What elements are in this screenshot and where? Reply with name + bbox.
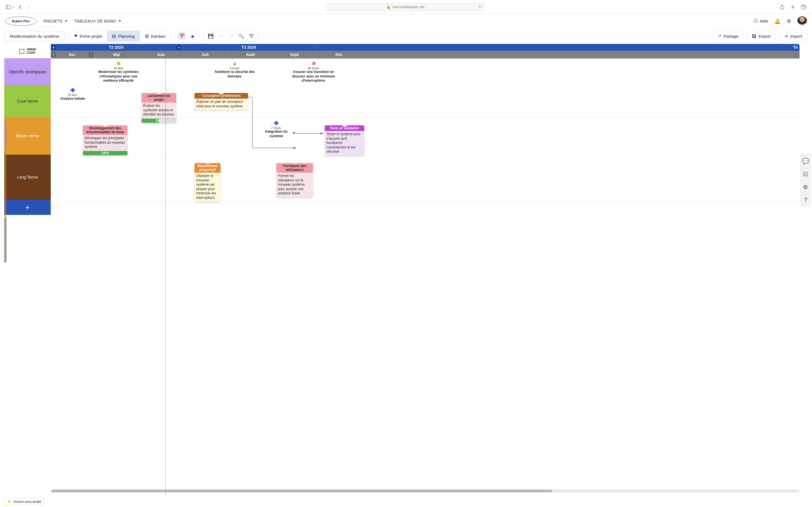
task-tests-validation[interactable]: 🔭 Tests et validation Tester le système … xyxy=(325,125,364,156)
milestone-mode-icon[interactable]: ◆ xyxy=(188,32,197,40)
tab-planning[interactable]: ▤Planning xyxy=(107,31,140,41)
chevron-down-icon[interactable]: ▾ xyxy=(13,6,14,8)
main: ⬚ AMMA CORP Objectifs stratégiques Court… xyxy=(0,44,812,495)
share-system-icon[interactable] xyxy=(779,4,785,10)
quarter-t3[interactable]: T3 2024 xyxy=(182,44,316,51)
url-bar[interactable]: 🔒 next.bubbleplan.net ↻ xyxy=(326,3,485,11)
app-header: Bubble Plan PROJETS TABLEAUX DE BORD ⓘAi… xyxy=(0,14,812,28)
calendar-mode-icon[interactable]: 📅 xyxy=(177,32,186,40)
quarter-t2[interactable]: + T2 2024 − xyxy=(51,44,182,51)
milestone-integration[interactable]: 7 Sept. Intégration du système xyxy=(259,121,293,138)
tabs-icon[interactable] xyxy=(801,4,806,10)
forward-icon xyxy=(26,4,31,10)
checkbox-icon[interactable]: ☑ xyxy=(803,171,808,177)
nav-dashboards[interactable]: TABLEAUX DE BORD xyxy=(74,19,121,23)
import-button[interactable]: ⇥Import xyxy=(779,31,808,42)
target-icon: 🎯 xyxy=(311,61,316,66)
avatar[interactable] xyxy=(797,16,807,26)
month-juin[interactable]: Juin xyxy=(139,51,183,58)
save-icon[interactable]: 💾 xyxy=(208,33,214,39)
smile-icon: 😊 xyxy=(116,61,121,66)
bell-icon[interactable]: 🔔 xyxy=(774,18,780,24)
sidebar-toggle-icon[interactable] xyxy=(6,4,11,10)
include-subproject-button[interactable]: 📁 Inclure sous-projet xyxy=(4,498,45,505)
columns-icon: ▥ xyxy=(145,34,149,39)
expand-quarter-icon[interactable]: + xyxy=(51,45,56,50)
chat-icon[interactable]: 💬 xyxy=(802,158,809,165)
qr-icon: ⬚ xyxy=(19,48,25,54)
logo[interactable]: Bubble Plan xyxy=(5,17,37,25)
row-label-moyen-terme[interactable]: Moyen terme xyxy=(4,117,51,155)
lane-long-terme: 🚦 Déploiement progressif Déployer le nou… xyxy=(51,156,800,201)
task-developpement[interactable]: 🚧 Développement des fonctionnalités de b… xyxy=(83,125,128,155)
corp-box[interactable]: ⬚ AMMA CORP xyxy=(4,44,51,58)
help-icon: ⓘ xyxy=(754,18,758,24)
share-button[interactable]: ↗Partage xyxy=(712,31,744,42)
gear-icon[interactable]: ⚙ xyxy=(803,184,808,190)
month-avr[interactable]: + Avr. − xyxy=(51,51,94,58)
month-row: + Avr. − Mai Juin Juil. Août Sept. Oct. xyxy=(51,51,800,58)
diamond-icon xyxy=(70,88,75,93)
month-mai[interactable]: Mai xyxy=(94,51,139,58)
share-icon: ↗ xyxy=(718,34,721,39)
new-tab-icon[interactable] xyxy=(790,4,796,10)
chevron-down-icon xyxy=(65,20,68,22)
row-label-long-terme[interactable]: Long Terme xyxy=(4,155,51,200)
help-question-icon[interactable]: ? xyxy=(804,196,807,203)
connector-dot xyxy=(293,132,295,134)
redo-icon: ↷ xyxy=(229,33,234,39)
horizontal-scrollbar[interactable] xyxy=(51,490,799,492)
view-tabs: ⚑Fiche projet ▤Planning ▥Kanban xyxy=(68,31,171,42)
help-link[interactable]: ⓘAide xyxy=(754,18,768,24)
lane-moyen-terme: 🚧 Développement des fonctionnalités de b… xyxy=(51,118,800,156)
reload-icon[interactable]: ↻ xyxy=(479,5,482,9)
strategic-milestone[interactable]: 🔒 6 Août Améliorer la sécurité des donné… xyxy=(212,61,257,78)
month-oct[interactable]: Oct. xyxy=(317,51,362,58)
lock-icon: 🔒 xyxy=(232,61,237,66)
url-text: next.bubbleplan.net xyxy=(393,5,424,9)
month-aout[interactable]: Août xyxy=(228,51,273,58)
tab-kanban[interactable]: ▥Kanban xyxy=(140,31,171,41)
row-header-panel: ⬚ AMMA CORP Objectifs stratégiques Court… xyxy=(4,44,51,495)
settings-icon[interactable]: ⚙ xyxy=(786,18,791,24)
task-formation[interactable]: 📕 Formation des utilisateurs Former les … xyxy=(276,163,313,198)
month-sept[interactable]: Sept. xyxy=(273,51,317,58)
project-name[interactable]: Modernisation du système xyxy=(4,31,64,41)
export-button[interactable]: 🖼Export xyxy=(747,31,776,42)
task-deploiement[interactable]: 🚦 Déploiement progressif Déployer le nou… xyxy=(195,163,220,202)
quarter-t4[interactable]: T4 xyxy=(316,44,800,51)
collapse-month-icon[interactable]: − xyxy=(89,52,93,57)
timeline-header: + T2 2024 − T3 2024 T4 + Avr. − Mai Juin… xyxy=(51,44,800,58)
diamond-icon xyxy=(274,121,279,126)
search-icon[interactable]: 🔍 xyxy=(239,33,244,39)
bottom-bar: 📁 Inclure sous-projet xyxy=(0,495,812,507)
svg-rect-0 xyxy=(6,5,11,9)
browser-chrome: ▾ 🔒 next.bubbleplan.net ↻ xyxy=(0,0,812,14)
tab-fiche-projet[interactable]: ⚑Fiche projet xyxy=(69,31,107,41)
view-mode-toggle: 📅 ◆ xyxy=(175,31,199,42)
row-label-court-terme[interactable]: Court terme xyxy=(4,85,51,117)
expand-month-icon[interactable]: + xyxy=(51,52,56,57)
quarter-row: + T2 2024 − T3 2024 T4 xyxy=(51,44,800,51)
progress-bar: 100% xyxy=(83,151,128,155)
strategic-milestone[interactable]: 😊 18 Mai Moderniser les systèmes informa… xyxy=(96,61,141,83)
import-icon: ⇥ xyxy=(784,34,788,39)
back-icon[interactable] xyxy=(17,4,23,10)
list-icon: ▤ xyxy=(112,34,116,39)
task-conception-preliminaire[interactable]: 🛠 Conception préliminaire Élaborer un pl… xyxy=(195,93,248,110)
collapse-quarter-icon[interactable]: − xyxy=(176,45,181,50)
lock-icon: 🔒 xyxy=(386,5,391,9)
chevron-down-icon xyxy=(118,20,121,22)
timeline-body[interactable]: 😊 18 Mai Moderniser les systèmes informa… xyxy=(51,58,800,495)
scrollbar-thumb[interactable] xyxy=(51,490,552,492)
strategic-milestone[interactable]: 🎯 29 Sept. Assurer une transition en dou… xyxy=(291,61,336,83)
filter-icon[interactable] xyxy=(249,33,254,39)
row-label-strategic[interactable]: Objectifs stratégiques xyxy=(4,58,51,85)
milestone-analyse-initiale[interactable]: 16 Avr. Analyse initiale xyxy=(51,88,94,101)
month-juil[interactable]: Juil. xyxy=(183,51,228,58)
row-reorder-strip xyxy=(4,107,6,483)
add-row-button[interactable]: + xyxy=(4,200,51,215)
nav-projects[interactable]: PROJETS xyxy=(43,19,68,23)
today-line xyxy=(165,58,166,495)
flag-icon: ⚑ xyxy=(74,34,78,39)
